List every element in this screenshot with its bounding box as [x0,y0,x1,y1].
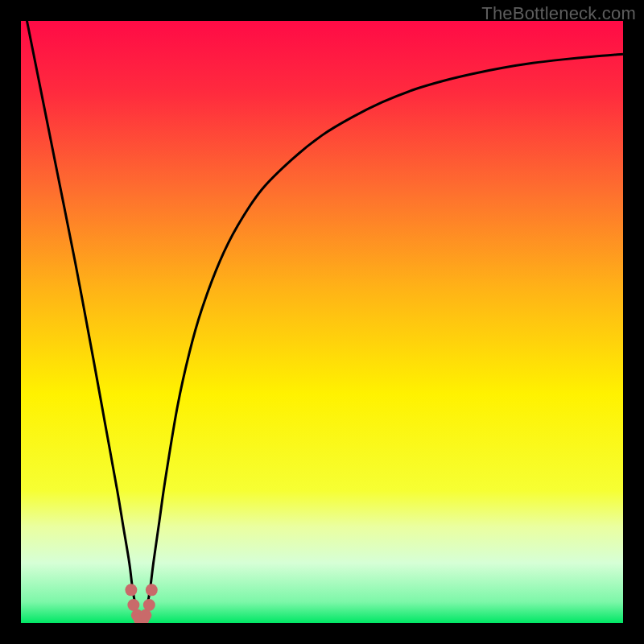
watermark-text: TheBottleneck.com [481,3,636,24]
marker-dot [139,609,151,621]
chart-frame: TheBottleneck.com [0,0,644,644]
marker-dot [125,584,137,596]
marker-dot [143,599,155,611]
gradient-background [21,21,623,623]
marker-dot [146,584,158,596]
plot-area [21,21,623,623]
marker-dot [127,599,139,611]
chart-svg [21,21,623,623]
